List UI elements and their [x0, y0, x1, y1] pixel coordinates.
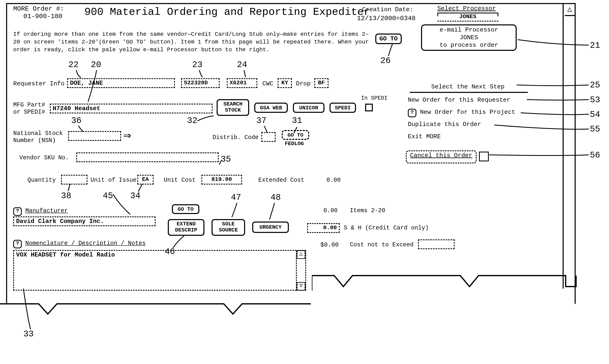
extend-descrip-button[interactable]: EXTEND DESCRIP [168, 219, 204, 236]
description-header-row: ? Nomenclature / Description / Notes [13, 240, 146, 248]
search-stock-line1: SEARCH [218, 101, 248, 107]
manufacturer-label-row: ? Manufacturer [13, 207, 68, 216]
cancel-order-button[interactable]: Cancel this Order [406, 150, 477, 163]
callout-56: 56 [590, 150, 600, 160]
manufacturer-label: Manufacturer [25, 208, 68, 214]
unit-cost-field[interactable]: 819.00 [201, 175, 242, 184]
email-processor-line2: JONES [422, 34, 516, 42]
unit-of-issue-field[interactable]: EA [137, 175, 154, 184]
email-processor-button[interactable]: e-mail Processor JONES to process order [421, 24, 517, 51]
select-processor-header: Select Processor [437, 5, 496, 12]
manufacturer-field[interactable]: David Clark Company Inc. [13, 216, 156, 226]
mfg-part-label-2: or SPEDI# [13, 109, 45, 116]
nsn-label-1: National Stock [13, 130, 63, 137]
cwc-field[interactable]: KY [278, 78, 292, 88]
cost-not-exceed-label: Cost not to Exceed [350, 241, 414, 248]
extend-descrip-line2: DESCRIP [169, 227, 203, 233]
page-title: 900 Material Ordering and Reporting Expe… [84, 6, 370, 18]
unit-cost-label: Unit Cost [164, 177, 196, 183]
search-stock-button[interactable]: SEARCH STOCK [217, 99, 249, 116]
torn-edge-icon [6, 303, 578, 317]
next-step-header: Select the Next Step [420, 83, 516, 90]
sole-source-line2: SOURCE [213, 227, 244, 233]
in-spedi-label: In SPEDI [361, 95, 388, 101]
scroll-up-icon[interactable]: △ [297, 250, 305, 259]
sole-source-button[interactable]: SOLE SOURCE [212, 219, 245, 236]
creation-date-label: Creation Date: [362, 6, 413, 13]
go-to-button-2[interactable]: GO TO [172, 204, 199, 214]
scroll-down-icon[interactable]: ▽ [297, 282, 305, 291]
in-spedi-checkbox[interactable] [365, 104, 373, 111]
go-to-fedlog-button[interactable]: GO TO [282, 130, 309, 140]
email-processor-line3: to process order [422, 41, 516, 49]
callout-25: 25 [590, 80, 600, 90]
link-duplicate-order[interactable]: Duplicate this Order [408, 121, 481, 128]
spedi-button[interactable]: SPEDI [329, 103, 356, 113]
link-new-order-requester[interactable]: New Order for this Requester [408, 97, 510, 104]
org-code-field[interactable]: 522320D [181, 78, 220, 88]
callout-38: 38 [61, 191, 71, 201]
urgency-button[interactable]: URGENCY [252, 221, 289, 233]
email-processor-line1: e-mail Processor [422, 26, 516, 34]
next-step-rule [410, 92, 528, 93]
cancel-order-label: Cancel this Order [410, 152, 472, 159]
description-scrollbar[interactable]: △ ▽ [296, 250, 305, 291]
gsa-web-button[interactable]: GSA WEB [254, 103, 288, 113]
unit-of-issue-label: Unit of Issue [91, 177, 136, 183]
description-textarea[interactable]: VOX HEADSET for Model Radio [13, 250, 306, 291]
nsn-label-2: Number (NSN) [13, 137, 56, 144]
requester-name-field[interactable]: DOE, JANE [67, 78, 175, 88]
processor-name-field[interactable]: JONES [437, 13, 498, 22]
distrib-code-field[interactable] [261, 132, 276, 142]
mfg-part-field[interactable]: H7240 Headset [50, 104, 213, 113]
go-to-items-button[interactable]: GO TO [375, 34, 402, 44]
drop-label: Drop [296, 80, 311, 87]
cost-not-exceed-field[interactable] [418, 239, 455, 249]
callout-34: 34 [130, 191, 140, 201]
link-new-order-project[interactable]: ? New Order for this Project [408, 109, 515, 117]
callout-21: 21 [590, 41, 600, 50]
unicor-button[interactable]: UNICOR [293, 103, 325, 113]
quantity-field[interactable] [61, 175, 87, 184]
callout-37: 37 [256, 116, 267, 126]
cancel-order-checkbox[interactable] [479, 152, 489, 161]
vendor-sku-field[interactable] [76, 152, 219, 162]
callout-54: 54 [590, 110, 600, 119]
link-exit-more[interactable]: Exit MORE [408, 133, 441, 140]
torn-edge-icon [312, 274, 578, 291]
extend-descrip-line1: EXTEND [169, 221, 203, 227]
nsn-field[interactable] [68, 131, 121, 141]
callout-47: 47 [231, 193, 241, 202]
callout-23: 23 [192, 60, 203, 70]
help-icon[interactable]: ? [13, 207, 22, 216]
total-value: $0.00 [320, 241, 339, 248]
vendor-sku-label: Vendor SKU No. [19, 155, 69, 161]
callout-24: 24 [237, 60, 247, 70]
extended-cost-label: Extended Cost [258, 177, 304, 183]
drop-field[interactable]: BF [314, 78, 328, 88]
callout-45: 45 [103, 191, 113, 201]
order-number-value: 01-900-180 [23, 13, 62, 20]
help-icon[interactable]: ? [13, 240, 22, 248]
callout-31: 31 [292, 116, 302, 126]
mfg-part-label-1: MFG Part# [13, 102, 45, 108]
scrollbar-track[interactable]: △ [563, 4, 575, 289]
quantity-label: Quantity [27, 177, 56, 183]
creation-date-value: 12/13/2000=0348 [357, 15, 416, 22]
callout-48: 48 [271, 193, 281, 202]
items-amount-label: Items 2-20 [350, 207, 385, 214]
items-amount-value: 0.00 [324, 207, 338, 214]
callout-35: 35 [221, 155, 231, 164]
description-header-label: Nomenclature / Description / Notes [25, 240, 146, 247]
callout-53: 53 [590, 95, 600, 105]
fedlog-label: FEDLOG [285, 141, 304, 147]
scroll-up-icon[interactable]: △ [565, 4, 575, 16]
nsn-arrow-icon: ⇒ [123, 130, 131, 141]
distrib-code-label: Distrib. Code [213, 134, 258, 141]
callout-36: 36 [71, 116, 81, 126]
order-number-label: MORE Order #: [13, 5, 64, 13]
callout-32: 32 [187, 116, 197, 126]
project-code-field[interactable]: X6201 [227, 78, 257, 88]
help-icon[interactable]: ? [408, 109, 416, 117]
sh-field[interactable]: 0.00 [307, 223, 340, 233]
